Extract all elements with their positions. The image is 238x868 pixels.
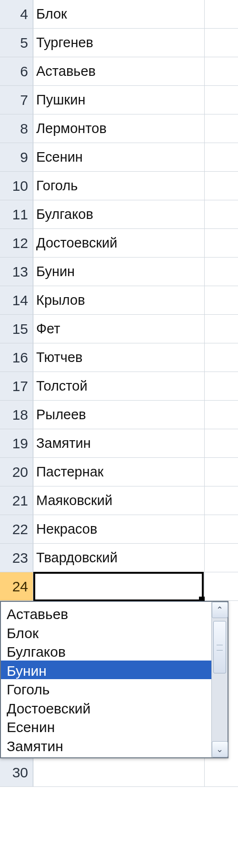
row-header[interactable]: 18 xyxy=(0,401,33,429)
cell[interactable]: Крылов xyxy=(33,286,205,314)
cell-empty[interactable] xyxy=(205,29,238,57)
row-header[interactable]: 19 xyxy=(0,429,33,457)
cell[interactable]: Маяковский xyxy=(33,486,205,515)
cell-empty[interactable] xyxy=(205,458,238,486)
row: 21Маяковский xyxy=(0,486,238,515)
row-active: 24 xyxy=(0,572,238,601)
row-header[interactable]: 13 xyxy=(0,258,33,286)
row-header[interactable]: 20 xyxy=(0,458,33,486)
cell-empty[interactable] xyxy=(205,286,238,314)
autocomplete-item[interactable]: Булгаков xyxy=(1,641,228,661)
cell[interactable]: Блок xyxy=(33,0,205,28)
cell-empty[interactable] xyxy=(205,401,238,429)
cell-empty[interactable] xyxy=(205,258,238,286)
row: 12Достоевский xyxy=(0,229,238,258)
row: 17Толстой xyxy=(0,372,238,401)
cell-empty[interactable] xyxy=(205,515,238,543)
cell-empty[interactable] xyxy=(205,343,238,372)
autocomplete-item[interactable]: Замятин xyxy=(1,736,228,755)
cell-value: Блок xyxy=(36,6,67,22)
cell-value: Рылеев xyxy=(36,407,86,423)
cell[interactable]: Пушкин xyxy=(33,86,205,114)
scroll-track[interactable] xyxy=(212,618,228,741)
row-header[interactable]: 11 xyxy=(0,200,33,228)
cell[interactable]: Некрасов xyxy=(33,515,205,543)
cell[interactable]: Пастернак xyxy=(33,458,205,486)
cell[interactable]: Есенин xyxy=(33,143,205,171)
cell-empty[interactable] xyxy=(205,172,238,200)
row-header[interactable]: 30 xyxy=(0,758,33,786)
cell-value: Пастернак xyxy=(36,464,104,480)
cell[interactable]: Гоголь xyxy=(33,172,205,200)
cell[interactable] xyxy=(33,758,205,786)
row-header[interactable]: 9 xyxy=(0,143,33,171)
cell[interactable]: Тургенев xyxy=(33,29,205,57)
row-header[interactable]: 14 xyxy=(0,286,33,314)
cell-empty[interactable] xyxy=(205,572,238,600)
cell[interactable]: Фет xyxy=(33,315,205,343)
row-header[interactable]: 6 xyxy=(0,57,33,85)
row: 8Лермонтов xyxy=(0,114,238,143)
row-header[interactable]: 22 xyxy=(0,515,33,543)
autocomplete-item[interactable]: Есенин xyxy=(1,717,228,736)
cell-empty[interactable] xyxy=(205,544,238,572)
cell[interactable]: Лермонтов xyxy=(33,114,205,143)
scroll-thumb[interactable] xyxy=(213,621,226,673)
cell-empty[interactable] xyxy=(205,229,238,257)
cell-empty[interactable] xyxy=(205,429,238,457)
cell[interactable]: Тютчев xyxy=(33,343,205,372)
cell[interactable]: Толстой xyxy=(33,372,205,400)
cell-empty[interactable] xyxy=(205,200,238,228)
cell-empty[interactable] xyxy=(205,372,238,400)
cell-empty[interactable] xyxy=(205,114,238,143)
cell-value: Тургенев xyxy=(36,35,93,51)
active-cell[interactable] xyxy=(33,572,205,600)
autocomplete-item[interactable]: Блок xyxy=(1,623,228,642)
cell-value: Тютчев xyxy=(36,350,82,365)
autocomplete-item[interactable]: Аставьев xyxy=(1,604,228,623)
cell-empty[interactable] xyxy=(205,486,238,515)
row: 13Бунин xyxy=(0,258,238,286)
cell-empty[interactable] xyxy=(205,315,238,343)
cell-value: Гоголь xyxy=(36,178,78,194)
cell-value: Толстой xyxy=(36,378,88,394)
cell-empty[interactable] xyxy=(205,57,238,85)
cell-empty[interactable] xyxy=(205,86,238,114)
row-header[interactable]: 10 xyxy=(0,172,33,200)
cell-value: Булгаков xyxy=(36,207,93,222)
row-header[interactable]: 4 xyxy=(0,0,33,28)
row-header[interactable]: 16 xyxy=(0,343,33,372)
row: 9Есенин xyxy=(0,143,238,172)
cell-empty[interactable] xyxy=(205,758,238,786)
autocomplete-item[interactable]: Достоевский xyxy=(1,698,228,717)
row: 11Булгаков xyxy=(0,200,238,229)
row-header[interactable]: 15 xyxy=(0,315,33,343)
row-header[interactable]: 23 xyxy=(0,544,33,572)
autocomplete-item[interactable]: Гоголь xyxy=(1,679,228,698)
scroll-down-button[interactable]: ⌄ xyxy=(212,741,228,757)
cell[interactable]: Булгаков xyxy=(33,200,205,228)
cell[interactable]: Рылеев xyxy=(33,401,205,429)
cell[interactable]: Бунин xyxy=(33,258,205,286)
autocomplete-dropdown[interactable]: АставьевБлокБулгаковБунинГогольДостоевск… xyxy=(0,601,228,758)
row-header[interactable]: 7 xyxy=(0,86,33,114)
scrollbar[interactable]: ⌃ ⌄ xyxy=(211,602,228,757)
cell-value: Замятин xyxy=(36,435,91,451)
cell[interactable]: Замятин xyxy=(33,429,205,457)
cell-empty[interactable] xyxy=(205,0,238,28)
cell[interactable]: Твардовский xyxy=(33,544,205,572)
cell-empty[interactable] xyxy=(205,143,238,171)
spreadsheet: 4Блок5Тургенев6Аставьев7Пушкин8Лермонтов… xyxy=(0,0,238,787)
row-header[interactable]: 12 xyxy=(0,229,33,257)
row-header[interactable]: 17 xyxy=(0,372,33,400)
row-header[interactable]: 8 xyxy=(0,114,33,143)
row-header[interactable]: 21 xyxy=(0,486,33,515)
cell[interactable]: Достоевский xyxy=(33,229,205,257)
row-header[interactable]: 5 xyxy=(0,29,33,57)
row: 4Блок xyxy=(0,0,238,29)
scroll-up-button[interactable]: ⌃ xyxy=(212,602,228,618)
cell-value: Аставьев xyxy=(36,63,96,79)
cell[interactable]: Аставьев xyxy=(33,57,205,85)
autocomplete-item[interactable]: Бунин xyxy=(1,661,228,680)
row-header[interactable]: 24 xyxy=(0,572,33,600)
